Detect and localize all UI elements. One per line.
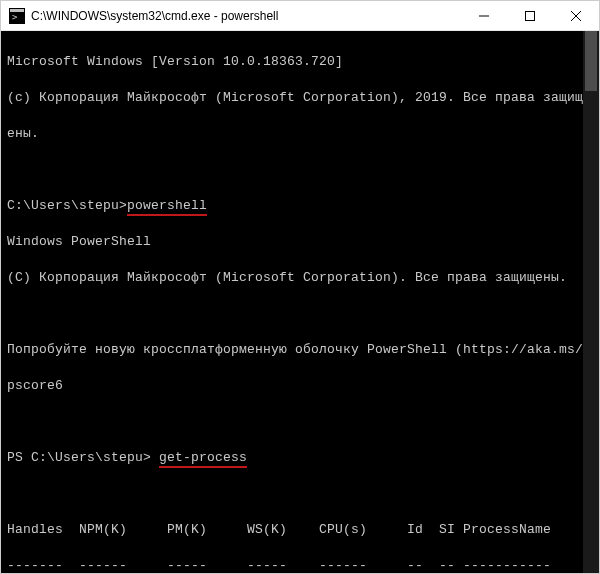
typed-command: get-process: [159, 450, 247, 468]
scrollbar-thumb[interactable]: [585, 31, 597, 91]
blank-line: [7, 485, 597, 503]
banner-line: ены.: [7, 125, 597, 143]
table-divider: ------- ------ ----- ----- ------ -- -- …: [7, 557, 597, 573]
ps-banner: (С) Корпорация Майкрософт (Microsoft Cor…: [7, 269, 597, 287]
vertical-scrollbar[interactable]: [583, 31, 599, 573]
prompt-line: C:\Users\stepu>powershell: [7, 197, 597, 215]
maximize-button[interactable]: [507, 1, 553, 30]
prompt-path: PS C:\Users\stepu>: [7, 450, 159, 465]
svg-text:>: >: [12, 12, 18, 22]
blank-line: [7, 161, 597, 179]
ps-banner: pscore6: [7, 377, 597, 395]
terminal-body[interactable]: Microsoft Windows [Version 10.0.18363.72…: [1, 31, 599, 573]
titlebar[interactable]: > C:\WINDOWS\system32\cmd.exe - powershe…: [1, 1, 599, 31]
blank-line: [7, 413, 597, 431]
svg-rect-4: [526, 11, 535, 20]
table-header: Handles NPM(K) PM(K) WS(K) CPU(s) Id SI …: [7, 521, 597, 539]
ps-banner: Windows PowerShell: [7, 233, 597, 251]
window-controls: [461, 1, 599, 30]
close-button[interactable]: [553, 1, 599, 30]
banner-line: (с) Корпорация Майкрософт (Microsoft Cor…: [7, 89, 597, 107]
ps-banner: Попробуйте новую кроссплатформенную обол…: [7, 341, 597, 359]
cmd-window: > C:\WINDOWS\system32\cmd.exe - powershe…: [0, 0, 600, 574]
typed-command: powershell: [127, 198, 207, 216]
blank-line: [7, 305, 597, 323]
prompt-path: C:\Users\stepu>: [7, 198, 127, 213]
cmd-icon: >: [9, 8, 25, 24]
banner-line: Microsoft Windows [Version 10.0.18363.72…: [7, 53, 597, 71]
minimize-button[interactable]: [461, 1, 507, 30]
prompt-line: PS C:\Users\stepu> get-process: [7, 449, 597, 467]
window-title: C:\WINDOWS\system32\cmd.exe - powershell: [31, 9, 461, 23]
